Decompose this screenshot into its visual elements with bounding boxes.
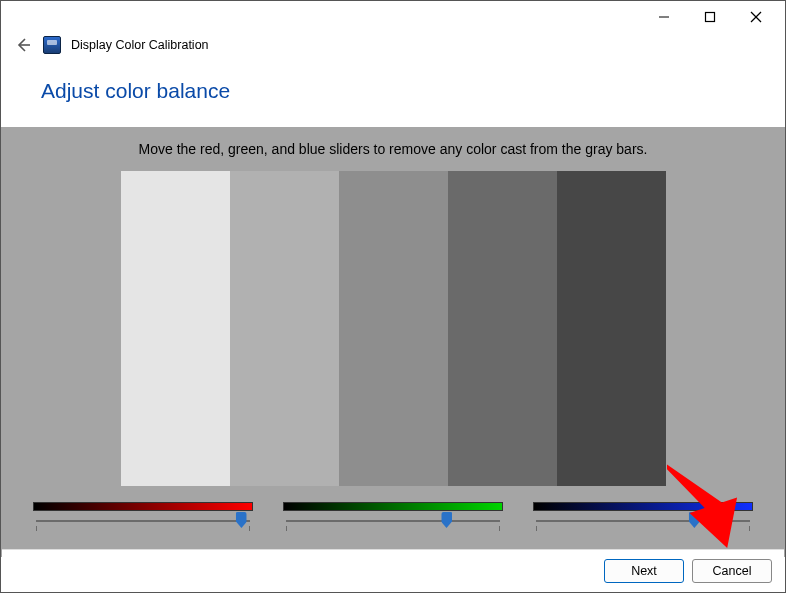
window-root: Display Color Calibration Adjust color b… [0,0,786,593]
window-title: Display Color Calibration [71,38,209,52]
red-thumb[interactable] [236,512,247,528]
red-slider[interactable] [33,502,253,530]
gray-bar-2 [230,171,339,486]
gray-bars [121,171,666,486]
red-gradient [33,502,253,511]
sliders-row [1,486,785,530]
gray-bar-5 [557,171,666,486]
instruction-text: Move the red, green, and blue sliders to… [1,127,785,157]
page-heading: Adjust color balance [1,69,785,127]
green-track[interactable] [283,512,503,530]
content-area: Move the red, green, and blue sliders to… [1,127,785,557]
maximize-button[interactable] [687,3,733,31]
blue-thumb[interactable] [689,512,700,528]
back-arrow-icon[interactable] [13,35,33,55]
cancel-button[interactable]: Cancel [692,559,772,583]
window-titlebar [1,1,785,33]
monitor-icon [43,36,61,54]
red-track[interactable] [33,512,253,530]
gray-bar-3 [339,171,448,486]
green-gradient [283,502,503,511]
minimize-button[interactable] [641,3,687,31]
footer: Next Cancel [2,549,784,591]
blue-gradient [533,502,753,511]
next-button[interactable]: Next [604,559,684,583]
blue-track[interactable] [533,512,753,530]
close-button[interactable] [733,3,779,31]
svg-rect-1 [706,13,715,22]
gray-bar-4 [448,171,557,486]
header: Display Color Calibration [1,33,785,69]
blue-slider[interactable] [533,502,753,530]
green-slider[interactable] [283,502,503,530]
gray-bar-1 [121,171,230,486]
green-thumb[interactable] [441,512,452,528]
